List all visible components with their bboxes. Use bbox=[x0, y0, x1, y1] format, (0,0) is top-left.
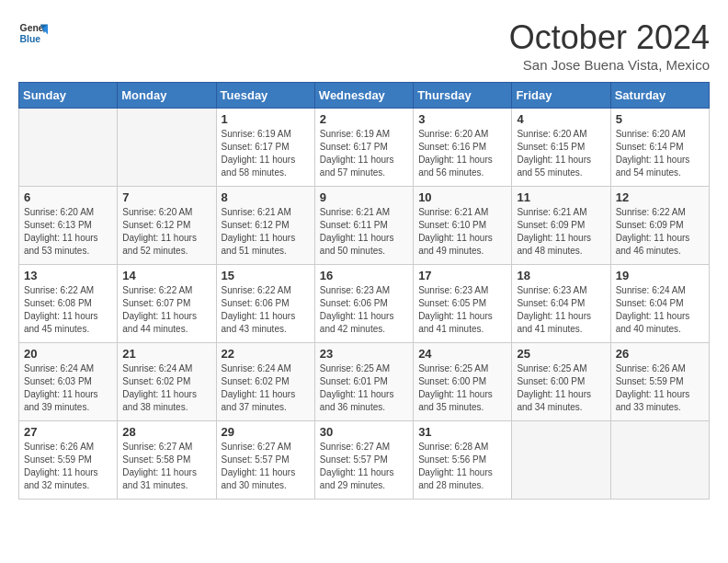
calendar-cell: 8Sunrise: 6:21 AM Sunset: 6:12 PM Daylig… bbox=[216, 187, 314, 265]
calendar-cell: 22Sunrise: 6:24 AM Sunset: 6:02 PM Dayli… bbox=[216, 343, 314, 421]
day-header-tuesday: Tuesday bbox=[216, 83, 314, 109]
calendar-cell bbox=[610, 421, 709, 500]
svg-text:Blue: Blue bbox=[20, 34, 41, 44]
day-info: Sunrise: 6:27 AM Sunset: 5:57 PM Dayligh… bbox=[222, 441, 310, 492]
day-number: 24 bbox=[418, 347, 506, 361]
day-info: Sunrise: 6:22 AM Sunset: 6:08 PM Dayligh… bbox=[24, 284, 112, 336]
day-header-monday: Monday bbox=[118, 83, 216, 109]
day-info: Sunrise: 6:25 AM Sunset: 6:00 PM Dayligh… bbox=[418, 362, 506, 414]
day-number: 15 bbox=[222, 269, 310, 282]
day-info: Sunrise: 6:20 AM Sunset: 6:12 PM Dayligh… bbox=[122, 206, 210, 258]
day-number: 30 bbox=[320, 425, 408, 439]
day-header-thursday: Thursday bbox=[414, 83, 512, 109]
calendar-cell: 27Sunrise: 6:26 AM Sunset: 5:59 PM Dayli… bbox=[19, 421, 118, 500]
day-info: Sunrise: 6:21 AM Sunset: 6:09 PM Dayligh… bbox=[517, 206, 605, 258]
day-info: Sunrise: 6:22 AM Sunset: 6:07 PM Dayligh… bbox=[122, 284, 210, 336]
calendar-week-2: 6Sunrise: 6:20 AM Sunset: 6:13 PM Daylig… bbox=[19, 187, 710, 265]
calendar-cell: 12Sunrise: 6:22 AM Sunset: 6:09 PM Dayli… bbox=[610, 187, 709, 265]
day-number: 28 bbox=[122, 425, 210, 439]
calendar-cell: 19Sunrise: 6:24 AM Sunset: 6:04 PM Dayli… bbox=[610, 265, 709, 343]
month-title: October 2024 bbox=[509, 18, 710, 57]
day-number: 9 bbox=[320, 190, 408, 204]
day-info: Sunrise: 6:23 AM Sunset: 6:06 PM Dayligh… bbox=[320, 284, 408, 336]
calendar-table: SundayMondayTuesdayWednesdayThursdayFrid… bbox=[18, 82, 710, 500]
calendar-cell: 3Sunrise: 6:20 AM Sunset: 6:16 PM Daylig… bbox=[414, 109, 512, 187]
calendar-cell: 14Sunrise: 6:22 AM Sunset: 6:07 PM Dayli… bbox=[118, 265, 216, 343]
day-info: Sunrise: 6:23 AM Sunset: 6:04 PM Dayligh… bbox=[517, 284, 605, 336]
title-area: October 2024 San Jose Buena Vista, Mexic… bbox=[509, 18, 710, 73]
day-number: 12 bbox=[616, 190, 704, 204]
day-info: Sunrise: 6:27 AM Sunset: 5:57 PM Dayligh… bbox=[320, 441, 408, 492]
header: General Blue October 2024 San Jose Buena… bbox=[18, 18, 710, 73]
calendar-cell: 6Sunrise: 6:20 AM Sunset: 6:13 PM Daylig… bbox=[19, 187, 118, 265]
day-info: Sunrise: 6:26 AM Sunset: 5:59 PM Dayligh… bbox=[24, 441, 112, 492]
day-info: Sunrise: 6:21 AM Sunset: 6:11 PM Dayligh… bbox=[320, 206, 408, 258]
day-info: Sunrise: 6:20 AM Sunset: 6:16 PM Dayligh… bbox=[418, 128, 506, 179]
location: San Jose Buena Vista, Mexico bbox=[509, 57, 710, 73]
day-info: Sunrise: 6:24 AM Sunset: 6:02 PM Dayligh… bbox=[222, 362, 310, 414]
day-number: 3 bbox=[418, 112, 506, 126]
day-number: 26 bbox=[616, 347, 704, 361]
day-info: Sunrise: 6:27 AM Sunset: 5:58 PM Dayligh… bbox=[122, 441, 210, 492]
day-number: 29 bbox=[222, 425, 310, 439]
calendar-cell: 31Sunrise: 6:28 AM Sunset: 5:56 PM Dayli… bbox=[414, 421, 512, 500]
day-info: Sunrise: 6:24 AM Sunset: 6:02 PM Dayligh… bbox=[122, 362, 210, 414]
day-info: Sunrise: 6:21 AM Sunset: 6:12 PM Dayligh… bbox=[222, 206, 310, 258]
day-number: 31 bbox=[418, 425, 506, 439]
calendar-cell: 1Sunrise: 6:19 AM Sunset: 6:17 PM Daylig… bbox=[216, 109, 314, 187]
day-info: Sunrise: 6:23 AM Sunset: 6:05 PM Dayligh… bbox=[418, 284, 506, 336]
day-info: Sunrise: 6:21 AM Sunset: 6:10 PM Dayligh… bbox=[418, 206, 506, 258]
day-header-friday: Friday bbox=[512, 83, 610, 109]
day-info: Sunrise: 6:22 AM Sunset: 6:06 PM Dayligh… bbox=[222, 284, 310, 336]
day-number: 1 bbox=[222, 112, 310, 126]
day-number: 22 bbox=[222, 347, 310, 361]
calendar-cell: 21Sunrise: 6:24 AM Sunset: 6:02 PM Dayli… bbox=[118, 343, 216, 421]
day-number: 21 bbox=[122, 347, 210, 361]
calendar-cell: 4Sunrise: 6:20 AM Sunset: 6:15 PM Daylig… bbox=[512, 109, 610, 187]
calendar-week-1: 1Sunrise: 6:19 AM Sunset: 6:17 PM Daylig… bbox=[19, 109, 710, 187]
day-number: 25 bbox=[517, 347, 605, 361]
day-info: Sunrise: 6:22 AM Sunset: 6:09 PM Dayligh… bbox=[616, 206, 704, 258]
day-number: 13 bbox=[24, 269, 112, 282]
calendar-cell: 10Sunrise: 6:21 AM Sunset: 6:10 PM Dayli… bbox=[414, 187, 512, 265]
day-number: 5 bbox=[616, 112, 704, 126]
day-info: Sunrise: 6:24 AM Sunset: 6:03 PM Dayligh… bbox=[24, 362, 112, 414]
calendar-cell: 20Sunrise: 6:24 AM Sunset: 6:03 PM Dayli… bbox=[19, 343, 118, 421]
calendar-cell: 25Sunrise: 6:25 AM Sunset: 6:00 PM Dayli… bbox=[512, 343, 610, 421]
day-info: Sunrise: 6:25 AM Sunset: 6:00 PM Dayligh… bbox=[517, 362, 605, 414]
day-info: Sunrise: 6:20 AM Sunset: 6:13 PM Dayligh… bbox=[24, 206, 112, 258]
calendar-cell: 18Sunrise: 6:23 AM Sunset: 6:04 PM Dayli… bbox=[512, 265, 610, 343]
day-info: Sunrise: 6:19 AM Sunset: 6:17 PM Dayligh… bbox=[222, 128, 310, 179]
day-number: 20 bbox=[24, 347, 112, 361]
day-number: 2 bbox=[320, 112, 408, 126]
calendar-cell: 16Sunrise: 6:23 AM Sunset: 6:06 PM Dayli… bbox=[314, 265, 413, 343]
day-header-saturday: Saturday bbox=[610, 83, 709, 109]
calendar-cell: 7Sunrise: 6:20 AM Sunset: 6:12 PM Daylig… bbox=[118, 187, 216, 265]
calendar-cell: 5Sunrise: 6:20 AM Sunset: 6:14 PM Daylig… bbox=[610, 109, 709, 187]
day-number: 4 bbox=[517, 112, 605, 126]
calendar-header-row: SundayMondayTuesdayWednesdayThursdayFrid… bbox=[19, 83, 710, 109]
day-number: 6 bbox=[24, 190, 112, 204]
day-info: Sunrise: 6:28 AM Sunset: 5:56 PM Dayligh… bbox=[418, 441, 506, 492]
day-info: Sunrise: 6:19 AM Sunset: 6:17 PM Dayligh… bbox=[320, 128, 408, 179]
calendar-cell: 24Sunrise: 6:25 AM Sunset: 6:00 PM Dayli… bbox=[414, 343, 512, 421]
day-info: Sunrise: 6:20 AM Sunset: 6:14 PM Dayligh… bbox=[616, 128, 704, 179]
day-info: Sunrise: 6:25 AM Sunset: 6:01 PM Dayligh… bbox=[320, 362, 408, 414]
calendar-cell: 2Sunrise: 6:19 AM Sunset: 6:17 PM Daylig… bbox=[314, 109, 413, 187]
calendar-cell: 29Sunrise: 6:27 AM Sunset: 5:57 PM Dayli… bbox=[216, 421, 314, 500]
calendar-week-4: 20Sunrise: 6:24 AM Sunset: 6:03 PM Dayli… bbox=[19, 343, 710, 421]
day-number: 17 bbox=[418, 269, 506, 282]
day-number: 11 bbox=[517, 190, 605, 204]
day-number: 7 bbox=[122, 190, 210, 204]
day-info: Sunrise: 6:24 AM Sunset: 6:04 PM Dayligh… bbox=[616, 284, 704, 336]
day-info: Sunrise: 6:20 AM Sunset: 6:15 PM Dayligh… bbox=[517, 128, 605, 179]
calendar-cell: 23Sunrise: 6:25 AM Sunset: 6:01 PM Dayli… bbox=[314, 343, 413, 421]
logo-icon: General Blue bbox=[18, 18, 48, 48]
calendar-cell: 13Sunrise: 6:22 AM Sunset: 6:08 PM Dayli… bbox=[19, 265, 118, 343]
calendar-week-3: 13Sunrise: 6:22 AM Sunset: 6:08 PM Dayli… bbox=[19, 265, 710, 343]
day-number: 14 bbox=[122, 269, 210, 282]
day-number: 18 bbox=[517, 269, 605, 282]
day-number: 19 bbox=[616, 269, 704, 282]
calendar-cell: 30Sunrise: 6:27 AM Sunset: 5:57 PM Dayli… bbox=[314, 421, 413, 500]
calendar-cell: 26Sunrise: 6:26 AM Sunset: 5:59 PM Dayli… bbox=[610, 343, 709, 421]
